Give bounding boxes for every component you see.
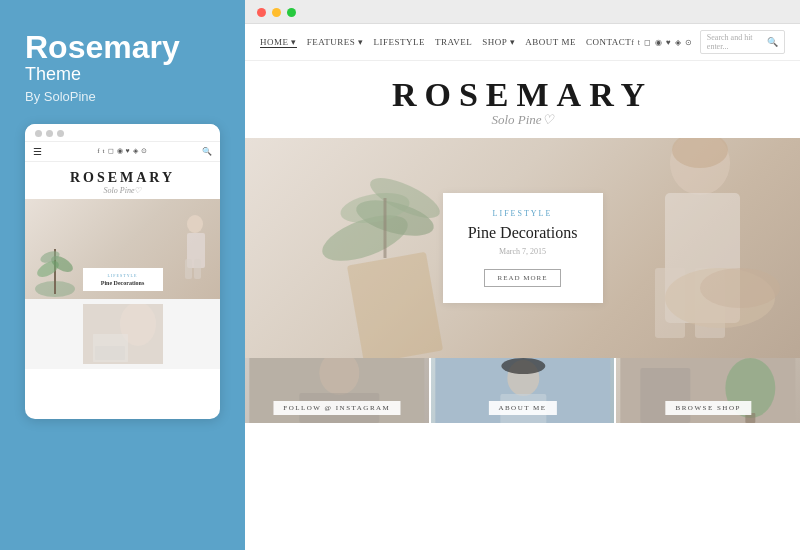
mobile-social-icons: f t ◻ ◉ ♥ ◈ ⊙ <box>97 147 146 155</box>
mobile-person-decoration <box>175 209 210 289</box>
mobile-plant-decoration <box>30 239 80 299</box>
hero-read-more-button[interactable]: READ MORE <box>484 269 560 287</box>
social-rss-icon[interactable]: ◈ <box>675 38 681 47</box>
bottom-panel-instagram: FOLLOW @ INSTAGRAM <box>245 358 431 423</box>
hero-card: LIFESTYLE Pine Decorations March 7, 2015… <box>443 193 603 303</box>
nav-search-area[interactable]: Search and hit enter... 🔍 <box>700 30 785 54</box>
svg-rect-12 <box>95 346 125 360</box>
mobile-logo-area: ROSEMARY Solo Pine♡ <box>25 162 220 199</box>
mobile-ig-icon: ◻ <box>108 147 114 155</box>
nav-links: HOME ▾ FEATURES ▾ LIFESTYLE TRAVEL SHOP … <box>260 37 631 48</box>
mobile-rss-icon: ◈ <box>133 147 138 155</box>
mobile-hero-title: Pine Decorations <box>91 280 155 286</box>
site-logo-main: ROSEMARY <box>245 76 800 114</box>
hero-title: Pine Decorations <box>463 224 583 242</box>
nav-search-placeholder: Search and hit enter... <box>707 33 763 51</box>
svg-rect-8 <box>194 259 201 279</box>
bottom-panel-about: ABOUT ME <box>431 358 617 423</box>
browser-close-dot[interactable] <box>257 8 266 17</box>
site-logo-sub: Solo Pine♡ <box>245 112 800 128</box>
nav-social-icons: f t ◻ ◉ ♥ ◈ ⊙ <box>631 38 692 47</box>
mobile-hero-card: LIFESTYLE Pine Decorations <box>83 268 163 291</box>
bottom-panel-instagram-label[interactable]: FOLLOW @ INSTAGRAM <box>273 401 400 415</box>
sidebar-author: By SoloPine <box>25 89 220 104</box>
mobile-pin-icon: ◉ <box>117 147 123 155</box>
svg-rect-7 <box>185 259 192 279</box>
sidebar: Rosemary Theme By SoloPine ☰ f t ◻ ◉ ♥ ◈… <box>0 0 245 550</box>
mobile-preview: ☰ f t ◻ ◉ ♥ ◈ ⊙ 🔍 ROSEMARY Solo Pine♡ <box>25 124 220 419</box>
nav-features[interactable]: FEATURES ▾ <box>307 37 364 47</box>
social-heart-icon[interactable]: ♥ <box>666 38 671 47</box>
nav-shop[interactable]: SHOP ▾ <box>482 37 515 47</box>
mobile-top-bar <box>25 124 220 142</box>
hero-category: LIFESTYLE <box>463 209 583 218</box>
mobile-fb-icon: f <box>97 147 99 155</box>
mobile-dot-3 <box>57 130 64 137</box>
bottom-panel-shop-label[interactable]: BROWSE SHOP <box>666 401 751 415</box>
site-header: ROSEMARY Solo Pine♡ <box>245 61 800 138</box>
social-tw-icon[interactable]: t <box>638 38 640 47</box>
hero-section: LIFESTYLE Pine Decorations March 7, 2015… <box>245 138 800 358</box>
sidebar-title: Rosemary <box>25 30 220 65</box>
mobile-tw-icon: t <box>103 147 105 155</box>
svg-point-31 <box>501 358 545 374</box>
bottom-panel-shop: BROWSE SHOP <box>616 358 800 423</box>
mobile-hero-image: LIFESTYLE Pine Decorations <box>25 199 220 299</box>
mobile-lower-image <box>83 304 163 364</box>
mobile-search-icon[interactable]: 🔍 <box>202 147 212 156</box>
hero-hands-figure <box>660 238 790 338</box>
browser-minimize-dot[interactable] <box>272 8 281 17</box>
social-cart-icon[interactable]: ⊙ <box>685 38 692 47</box>
social-pin-icon[interactable]: ◉ <box>655 38 662 47</box>
bottom-panel-about-label[interactable]: ABOUT ME <box>488 401 556 415</box>
mobile-hero-category: LIFESTYLE <box>91 273 155 278</box>
mobile-cart-icon: ⊙ <box>141 147 147 155</box>
social-fb-icon[interactable]: f <box>631 38 634 47</box>
mobile-dot-2 <box>46 130 53 137</box>
mobile-hamburger-icon: ☰ <box>33 146 42 157</box>
mobile-logo-main: ROSEMARY <box>29 170 216 186</box>
mobile-dot-1 <box>35 130 42 137</box>
main-content: HOME ▾ FEATURES ▾ LIFESTYLE TRAVEL SHOP … <box>245 0 800 550</box>
sidebar-subtitle: Theme <box>25 65 220 85</box>
nav-lifestyle[interactable]: LIFESTYLE <box>374 37 426 47</box>
nav-about[interactable]: ABOUT ME <box>525 37 576 47</box>
mobile-lower-preview <box>25 299 220 369</box>
mobile-nav: ☰ f t ◻ ◉ ♥ ◈ ⊙ 🔍 <box>25 142 220 162</box>
svg-rect-18 <box>347 252 443 358</box>
hero-date: March 7, 2015 <box>463 247 583 256</box>
nav-search-icon[interactable]: 🔍 <box>767 37 778 47</box>
bottom-strip: FOLLOW @ INSTAGRAM ABOUT ME <box>245 358 800 423</box>
nav-travel[interactable]: TRAVEL <box>435 37 472 47</box>
svg-point-5 <box>187 215 203 233</box>
nav-bar: HOME ▾ FEATURES ▾ LIFESTYLE TRAVEL SHOP … <box>245 24 800 61</box>
social-ig-icon[interactable]: ◻ <box>644 38 651 47</box>
nav-contact[interactable]: CONTACT <box>586 37 631 47</box>
website-preview: HOME ▾ FEATURES ▾ LIFESTYLE TRAVEL SHOP … <box>245 24 800 550</box>
mobile-logo-sub: Solo Pine♡ <box>29 186 216 195</box>
nav-home[interactable]: HOME ▾ <box>260 37 297 48</box>
svg-point-25 <box>700 268 780 308</box>
mobile-heart-icon: ♥ <box>126 147 130 155</box>
browser-chrome <box>245 0 800 24</box>
browser-maximize-dot[interactable] <box>287 8 296 17</box>
